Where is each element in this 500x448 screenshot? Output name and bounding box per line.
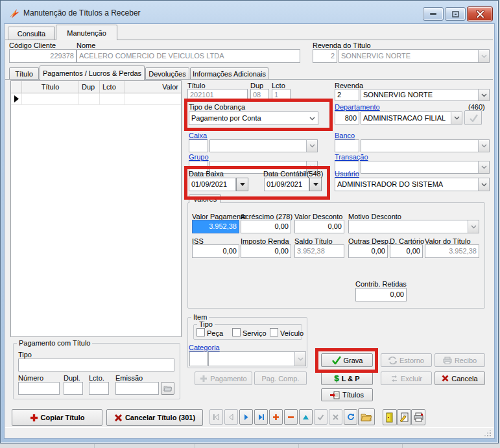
categoria-combo[interactable] — [208, 351, 306, 366]
tab-pagamentos-lucros-perdas[interactable]: Pagamentos / Lucros & Perdas — [40, 65, 145, 80]
chevron-down-icon[interactable] — [478, 89, 489, 100]
chevron-down-icon[interactable] — [451, 112, 462, 124]
chevron-down-icon[interactable] — [478, 140, 489, 152]
caixa-label[interactable]: Caixa — [189, 132, 207, 139]
chevron-down-icon[interactable] — [306, 140, 317, 152]
categoria-code-field[interactable] — [189, 351, 208, 366]
banco-label[interactable]: Banco — [335, 132, 355, 139]
print-ledger-button[interactable] — [411, 409, 425, 425]
nome-field[interactable]: ACELERO COMERCIO DE VEICULOS LTDA — [77, 49, 300, 63]
pct-dupl-field[interactable] — [64, 382, 83, 395]
nav-first-button[interactable] — [209, 409, 223, 425]
data-baixa-field[interactable]: 01/09/2021 — [189, 178, 236, 191]
grid-cell[interactable] — [125, 93, 181, 105]
lcto-field[interactable]: 1 — [272, 89, 291, 101]
excluir-button[interactable]: Excluir — [381, 371, 432, 385]
d-cartorio-field[interactable]: 0,00 — [390, 244, 423, 258]
open-folder-button[interactable] — [358, 408, 375, 425]
nav-refresh-button[interactable] — [344, 409, 357, 425]
departamento-code-field[interactable]: 800 — [335, 112, 359, 124]
departamento-combo[interactable]: ADMINISTRACAO FILIAL — [361, 112, 462, 124]
close-button[interactable] — [467, 6, 493, 21]
data-contabil-field[interactable]: 01/09/2021 — [264, 178, 309, 191]
pct-lookup-button[interactable] — [161, 382, 174, 395]
nav-prior-button[interactable] — [224, 409, 238, 425]
data-baixa-dropdown-button[interactable] — [236, 178, 248, 191]
revenda-titulo-combo[interactable]: SONNERVIG NORTE — [339, 49, 490, 63]
payments-grid[interactable]: Título Dup Lcto Valor — [10, 80, 182, 337]
banco-combo[interactable] — [361, 139, 490, 152]
tipo-cobranca-combo[interactable]: Pagamento por Conta — [189, 112, 318, 125]
minimize-button[interactable] — [423, 7, 444, 21]
usuario-combo[interactable]: ADMINISTRADOR DO SISTEMA — [335, 178, 490, 191]
nav-next-button[interactable] — [239, 409, 253, 425]
pct-lcto-field[interactable] — [89, 382, 109, 395]
transacao-combo[interactable] — [361, 161, 490, 174]
codigo-cliente-field[interactable]: 229378 — [9, 49, 77, 63]
contrib-retidas-field[interactable]: 0,00 — [355, 288, 407, 301]
valor-desconto-field[interactable]: 0,00 — [294, 220, 344, 233]
banco-code-field[interactable] — [335, 139, 359, 152]
pagamento-button[interactable]: Pagamento — [195, 371, 252, 385]
outras-desp-field[interactable]: 0,00 — [348, 244, 388, 258]
tab-manutencao[interactable]: Manutenção — [56, 25, 117, 40]
tab-titulo[interactable]: Título — [9, 67, 39, 79]
cancela-button[interactable]: Cancela — [435, 371, 485, 385]
imposto-renda-field[interactable]: 0,00 — [241, 244, 291, 258]
grid-cell[interactable] — [100, 93, 125, 105]
titulo-field[interactable]: 202101 — [187, 89, 248, 101]
resize-grip-icon[interactable] — [484, 430, 492, 437]
chevron-down-icon[interactable] — [478, 178, 489, 191]
tab-devolucoes[interactable]: Devoluções — [145, 67, 189, 79]
lp-button[interactable]: $ L & P — [321, 371, 373, 385]
valores-tab[interactable]: Valores — [189, 195, 221, 203]
nav-insert-button[interactable] — [269, 409, 283, 425]
copiar-titulo-button[interactable]: Copiar Título — [12, 409, 102, 426]
pct-numero-field[interactable] — [18, 382, 60, 395]
motivo-desconto-combo[interactable] — [348, 220, 479, 233]
veiculo-checkbox[interactable] — [270, 328, 278, 336]
edit-note-button[interactable] — [397, 409, 411, 425]
recibo-button[interactable]: Recibo — [435, 353, 485, 367]
pct-emissao-field[interactable] — [115, 382, 159, 395]
tab-consulta[interactable]: Consulta — [8, 27, 55, 40]
data-contabil-dropdown-button[interactable] — [309, 178, 322, 191]
revenda-combo[interactable]: SONNERVIG NORTE — [361, 89, 490, 101]
restore-button[interactable] — [445, 7, 466, 21]
grupo-label[interactable]: Grupo — [189, 153, 209, 161]
grava-button[interactable]: Grava — [321, 353, 373, 367]
pct-tipo-field[interactable] — [18, 359, 174, 371]
valor-do-titulo-field[interactable]: 3.952,38 — [425, 244, 479, 258]
usuario-label[interactable]: Usuário — [335, 170, 359, 178]
caixa-combo[interactable] — [209, 139, 318, 152]
chevron-down-icon[interactable] — [294, 352, 305, 366]
valor-pagamento-field[interactable]: 3.952,38 — [192, 220, 239, 233]
tab-informacoes-adicionais[interactable]: Informações Adicionais — [190, 67, 268, 79]
dup-field[interactable]: 08 — [250, 89, 269, 101]
chevron-down-icon[interactable] — [478, 161, 489, 173]
cancelar-titulo-button[interactable]: Cancelar Título (301) — [106, 409, 203, 426]
revenda-titulo-code-field[interactable]: 2 — [313, 49, 337, 63]
iss-field[interactable]: 0,00 — [192, 244, 239, 258]
nav-delete-button[interactable] — [284, 409, 298, 425]
departamento-label[interactable]: Departamento — [335, 103, 380, 111]
exit-door-button[interactable] — [383, 409, 397, 425]
nav-edit-button[interactable] — [299, 409, 313, 425]
revenda-code-field[interactable]: 2 — [335, 89, 359, 101]
transacao-label[interactable]: Transação — [335, 153, 368, 161]
caixa-code-field[interactable] — [189, 139, 208, 152]
nav-last-button[interactable] — [254, 409, 268, 425]
saldo-titulo-field[interactable]: 3.952,38 — [294, 244, 344, 258]
chevron-down-icon[interactable] — [468, 220, 479, 233]
grid-cell[interactable] — [79, 93, 100, 105]
departamento-confirm-button[interactable] — [464, 110, 482, 125]
nav-post-button[interactable] — [314, 409, 327, 425]
servico-checkbox[interactable] — [232, 328, 241, 336]
titulos-button[interactable]: Títulos — [321, 388, 373, 401]
nav-cancel-button[interactable] — [329, 409, 342, 425]
chevron-down-icon[interactable] — [307, 112, 318, 124]
pag-comp-button[interactable]: Pag. Comp. — [254, 371, 307, 385]
grid-cell[interactable] — [22, 93, 79, 105]
estorno-button[interactable]: Estorno — [381, 353, 432, 367]
categoria-label[interactable]: Categoria — [189, 344, 220, 351]
